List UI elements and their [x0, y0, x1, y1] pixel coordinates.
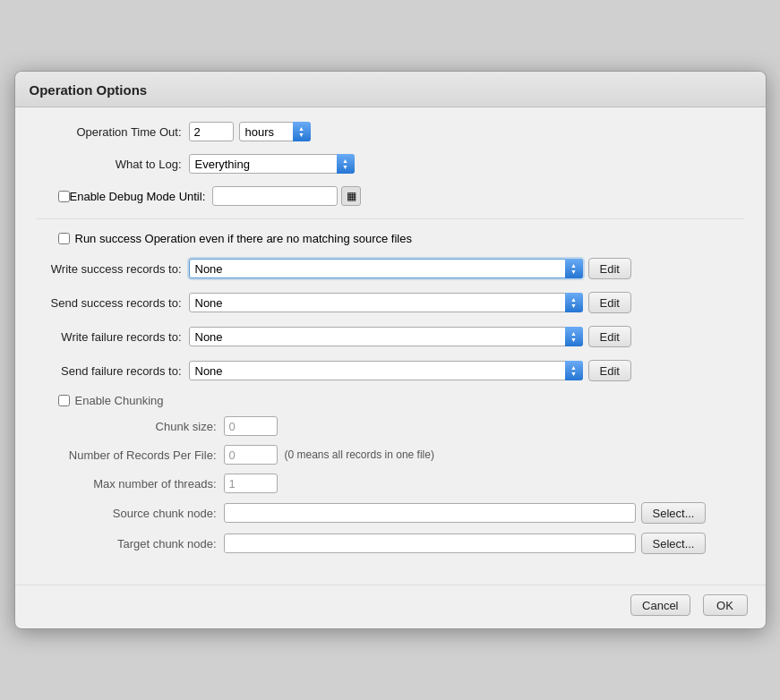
calendar-icon[interactable]: ▦: [341, 186, 361, 206]
send-success-edit-button[interactable]: Edit: [588, 292, 631, 313]
send-failure-label: Send failure records to:: [37, 364, 189, 378]
what-to-log-select[interactable]: Everything Errors Only Nothing: [189, 154, 355, 174]
divider-1: [37, 218, 744, 219]
chunk-size-label: Chunk size:: [58, 420, 224, 433]
target-chunk-label: Target chunk node:: [58, 537, 224, 551]
timeout-input[interactable]: [189, 122, 234, 141]
enable-chunking-checkbox[interactable]: [58, 395, 70, 406]
enable-chunking-row: Enable Chunking: [58, 394, 744, 407]
max-threads-row: Max number of threads:: [58, 474, 744, 493]
debug-row: Enable Debug Mode Until: ▦: [58, 186, 744, 206]
send-failure-edit-button[interactable]: Edit: [588, 360, 631, 381]
target-chunk-select-button[interactable]: Select...: [641, 533, 707, 554]
dialog-footer: Cancel OK: [15, 585, 766, 628]
write-failure-row: Write failure records to: None ▲ ▼ Edit: [37, 326, 744, 347]
send-success-select[interactable]: None: [189, 293, 583, 312]
records-hint: (0 means all records in one file): [285, 448, 434, 461]
dialog-title: Operation Options: [15, 72, 766, 107]
what-to-log-row: What to Log: Everything Errors Only Noth…: [37, 154, 744, 174]
debug-date-input[interactable]: [212, 186, 338, 206]
timeout-unit-select[interactable]: hours minutes seconds: [239, 122, 311, 141]
timeout-label: Operation Time Out:: [37, 125, 189, 139]
source-chunk-row: Source chunk node: Select...: [58, 502, 744, 524]
records-per-file-input[interactable]: [224, 445, 278, 465]
source-chunk-select-button[interactable]: Select...: [641, 502, 707, 524]
chunk-size-input[interactable]: [224, 416, 278, 436]
send-failure-wrapper: None ▲ ▼: [189, 361, 583, 380]
write-failure-wrapper: None ▲ ▼: [189, 327, 583, 346]
write-success-label: Write success records to:: [37, 262, 189, 276]
write-failure-select[interactable]: None: [189, 327, 583, 346]
timeout-unit-wrapper: hours minutes seconds ▲ ▼: [239, 122, 311, 141]
chunk-size-row: Chunk size:: [58, 416, 744, 436]
records-per-file-row: Number of Records Per File: (0 means all…: [58, 445, 744, 465]
send-success-wrapper: None ▲ ▼: [189, 293, 583, 312]
what-to-log-label: What to Log:: [37, 158, 189, 171]
enable-chunking-label: Enable Chunking: [75, 394, 164, 407]
send-success-label: Send success records to:: [37, 296, 189, 310]
chunking-section: Enable Chunking Chunk size: Number of Re…: [58, 394, 744, 554]
write-success-row: Write success records to: None ▲ ▼ Edit: [37, 258, 744, 279]
write-success-select[interactable]: None: [189, 259, 583, 278]
max-threads-label: Max number of threads:: [58, 477, 224, 491]
send-failure-select[interactable]: None: [189, 361, 583, 380]
run-success-checkbox[interactable]: [58, 233, 70, 244]
records-per-file-label: Number of Records Per File:: [58, 448, 224, 462]
write-success-edit-button[interactable]: Edit: [588, 258, 631, 279]
source-chunk-input[interactable]: [224, 503, 636, 523]
run-success-label: Run success Operation even if there are …: [75, 232, 412, 245]
timeout-row: Operation Time Out: hours minutes second…: [37, 122, 744, 141]
operation-options-dialog: Operation Options Operation Time Out: ho…: [14, 71, 767, 629]
cancel-button[interactable]: Cancel: [630, 594, 690, 616]
write-failure-edit-button[interactable]: Edit: [588, 326, 631, 347]
target-chunk-row: Target chunk node: Select...: [58, 533, 744, 554]
what-to-log-wrapper: Everything Errors Only Nothing ▲ ▼: [189, 154, 355, 174]
target-chunk-input[interactable]: [224, 534, 636, 553]
run-success-row: Run success Operation even if there are …: [58, 232, 744, 245]
ok-button[interactable]: OK: [703, 594, 748, 616]
enable-debug-checkbox[interactable]: [58, 191, 70, 202]
write-success-wrapper: None ▲ ▼: [189, 259, 583, 278]
send-failure-row: Send failure records to: None ▲ ▼ Edit: [37, 360, 744, 381]
source-chunk-label: Source chunk node:: [58, 507, 224, 520]
send-success-row: Send success records to: None ▲ ▼ Edit: [37, 292, 744, 313]
write-failure-label: Write failure records to:: [37, 330, 189, 344]
dialog-body: Operation Time Out: hours minutes second…: [15, 107, 766, 577]
enable-debug-label: Enable Debug Mode Until:: [70, 190, 206, 203]
max-threads-input[interactable]: [224, 474, 278, 493]
